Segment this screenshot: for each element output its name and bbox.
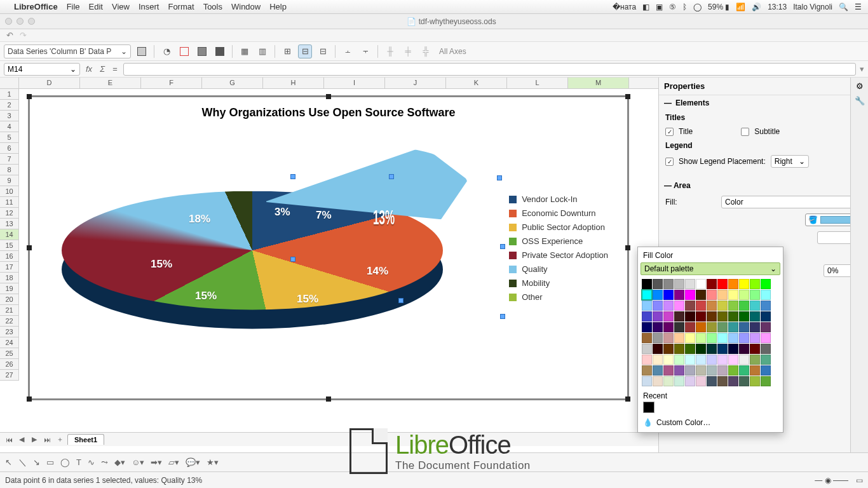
color-swatch[interactable] [685,376,695,386]
stars-icon[interactable]: ★▾ [207,458,219,467]
color-swatch[interactable] [674,376,684,386]
resize-handle[interactable] [625,245,630,250]
flowchart-icon[interactable]: ▱▾ [168,458,179,467]
color-swatch[interactable] [696,301,706,311]
ellipse-icon[interactable]: ◯ [60,458,70,467]
row-header[interactable]: 6 [0,143,19,154]
user-name[interactable]: Italo Vignoli [793,3,832,11]
sidebar-settings-icon[interactable]: ⚙ [856,81,864,91]
color-swatch[interactable] [728,333,738,343]
chart-element-selector[interactable]: Data Series 'Column B' Data P⌄ [4,44,131,58]
sidebar-wrench-icon[interactable]: 🔧 [855,96,865,105]
color-swatch[interactable] [707,355,717,365]
menu-format[interactable]: Format [168,2,194,11]
grid-h-icon[interactable]: ╫ [383,44,397,58]
color-swatch[interactable] [685,355,695,365]
color-swatch[interactable] [663,344,674,354]
color-swatch[interactable] [707,322,717,332]
color-swatch[interactable] [685,279,695,289]
color-swatch[interactable] [642,301,652,311]
row-header[interactable]: 9 [0,175,19,186]
column-header[interactable]: L [507,78,568,88]
color-swatch[interactable] [750,311,760,322]
color-swatch[interactable] [728,290,738,300]
equals-icon[interactable]: = [111,64,119,74]
color-swatch[interactable] [728,376,738,386]
legend-placement-select[interactable]: Right⌄ [771,155,809,168]
column-header[interactable]: D [19,78,80,88]
color-swatch[interactable] [750,279,760,289]
data-table-icon[interactable]: ▦ [238,44,252,58]
grid-both-icon[interactable]: ╬ [419,44,433,58]
color-swatch[interactable] [761,365,771,376]
custom-color-button[interactable]: 💧 Custom Color… [641,413,780,430]
color-swatch[interactable] [750,376,760,386]
selection-handle[interactable] [500,244,505,249]
column-header[interactable]: I [324,78,385,88]
resize-handle[interactable] [625,396,630,402]
color-swatch[interactable] [663,290,674,300]
data-ranges-icon[interactable]: ▥ [255,44,269,58]
formula-dropdown-icon[interactable]: ▾ [860,64,864,74]
color-swatch[interactable] [642,355,652,365]
color-swatch[interactable] [674,311,684,322]
row-header[interactable]: 14 [0,229,19,240]
color-swatch[interactable] [728,365,738,376]
wifi-icon[interactable]: 📶 [736,3,745,11]
grid-v-icon[interactable]: ╪ [401,44,415,58]
formula-input[interactable] [123,63,856,76]
color-swatch[interactable] [653,322,663,332]
color-swatch[interactable] [750,290,760,300]
chart-type-icon[interactable]: ◔ [159,44,173,58]
row-header[interactable]: 23 [0,327,19,337]
color-swatch[interactable] [717,376,728,386]
battery-status[interactable]: 59% ▮ [708,3,729,11]
row-header[interactable]: 24 [0,337,19,348]
sheet-area[interactable]: DEFGHIJKLM 12345678910111213141516171819… [0,78,658,484]
connector-icon[interactable]: ⤳ [101,458,108,467]
color-swatch[interactable] [761,290,771,300]
color-swatch[interactable] [761,355,771,365]
symbol-shapes-icon[interactable]: ☺▾ [132,458,144,467]
palette-select[interactable]: Default palette⌄ [641,262,780,275]
color-swatch[interactable] [750,355,760,365]
color-swatch[interactable] [653,355,663,365]
legend-item[interactable]: Private Sector Adoption [509,248,608,262]
selection-handle[interactable] [497,175,502,180]
legend-on-icon[interactable]: ⊟ [298,44,312,58]
legend-item[interactable]: Other [509,290,608,304]
color-swatch[interactable] [696,322,706,332]
color-swatch[interactable] [707,311,717,322]
color-swatch[interactable] [761,333,771,343]
color-swatch[interactable] [674,322,684,332]
color-swatch[interactable] [674,344,684,354]
clock[interactable]: 13:13 [768,3,787,11]
fill-type-select[interactable]: Color⌄ [721,196,862,208]
axis-y-icon[interactable]: ⫟ [358,44,372,58]
color-swatch[interactable] [739,355,749,365]
row-header[interactable]: 22 [0,316,19,327]
color-swatch[interactable] [685,333,695,343]
column-header[interactable]: E [80,78,141,88]
color-swatch[interactable] [739,365,749,376]
row-header[interactable]: 20 [0,294,19,305]
pointer-icon[interactable]: ↖ [5,458,12,467]
color-swatch[interactable] [728,311,738,322]
cell-reference-box[interactable]: M14⌄ [4,63,80,76]
menu-view[interactable]: View [112,2,130,11]
row-header[interactable]: 12 [0,208,19,219]
color-swatch[interactable] [653,290,663,300]
title-checkbox[interactable]: ✓ [665,128,674,136]
color-swatch[interactable] [696,365,706,376]
text-icon[interactable]: T [76,458,81,467]
color-swatch[interactable] [717,322,728,332]
color-swatch[interactable] [663,365,674,376]
color-swatch[interactable] [642,279,652,289]
color-swatch[interactable] [696,376,706,386]
color-swatch[interactable] [761,279,771,289]
format-selection-icon[interactable] [135,44,149,58]
row-header[interactable]: 27 [0,370,19,381]
color-swatch[interactable] [685,301,695,311]
color-swatch[interactable] [739,290,749,300]
color-swatch[interactable] [739,376,749,386]
